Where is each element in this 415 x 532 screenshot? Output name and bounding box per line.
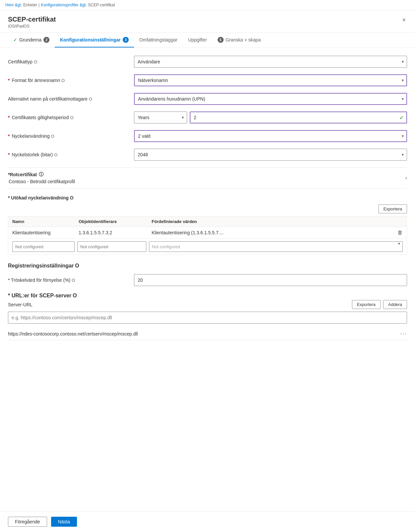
close-button[interactable]: × [401, 16, 407, 24]
scep-url-item: https://ndes-contosocorp.contoso.net/cer… [8, 328, 407, 340]
giltighetsperiod-value-wrapper: ✓ [190, 112, 407, 123]
nyckelanvandning-control: 2 vald ▾ [134, 130, 407, 142]
root-cert-info-icon: ⓘ [39, 172, 43, 178]
certifikattyp-info-icon: O [34, 59, 37, 64]
tab-granska-label: Granska + skapa [226, 37, 261, 42]
check-icon: ✓ [13, 37, 17, 42]
certifikattyp-select[interactable]: Användare [134, 56, 407, 68]
breadcrumb: Hem &gt; Enheter | Konfigurationsprofile… [0, 0, 415, 10]
breadcrumb-current: SCEP-certifikat [88, 3, 115, 7]
tab-omfattning-label: Omfattningstaggar [139, 37, 177, 42]
back-button[interactable]: Föregående [8, 517, 47, 527]
format-amnesnamn-control: Nätverksnamn ▾ [134, 74, 407, 86]
giltighetsperiod-unit-select[interactable]: Years [134, 112, 187, 123]
format-amnesnamn-row: * Format för ämnesnamn O Nätverksnamn ▾ [8, 74, 407, 86]
format-amnesnamn-select[interactable]: Nätverksnamn [134, 74, 407, 86]
renewal-row: * Tröskelvärd för förnyelse (%) O [8, 274, 407, 286]
eku-row-oid: 1.3.6.1.5.5.7.3.2 [79, 230, 152, 235]
tab-grunderna-label: Grunderna [19, 37, 41, 42]
scep-url-dots-menu[interactable]: ··· [400, 330, 407, 337]
col-name-header: Namn [12, 219, 79, 224]
breadcrumb-separator1: | [38, 3, 39, 7]
breadcrumb-devices[interactable]: Enheter [23, 3, 37, 7]
format-amnesnamn-label: * Format för ämnesnamn O [8, 78, 134, 83]
scep-section-title: * URL:er för SCEP-server O [8, 293, 407, 299]
registration-section-title: Registreringsinställningar O [8, 263, 407, 269]
eku-info-icon: O [70, 195, 74, 200]
tab-konfiguration[interactable]: Konfigurationsinställningar 3 [55, 33, 134, 47]
eku-input-row: Not configured ▾ [8, 239, 407, 255]
tab-grunderna-badge: 2 [43, 37, 49, 43]
tab-uppgifter-label: Uppgifter [188, 37, 207, 42]
giltighetsperiod-info-icon: O [70, 115, 73, 120]
nyckelstorlek-select[interactable]: 2048 [134, 149, 407, 161]
nyckelanvandning-info-icon: O [51, 134, 54, 139]
certifikattyp-label: Certifikattyp O [8, 59, 134, 64]
eku-export-row: Exportera [8, 204, 407, 213]
tab-konfiguration-badge: 3 [123, 37, 129, 43]
scep-info-icon: O [73, 293, 77, 299]
nyckelanvandning-select[interactable]: 2 vald [134, 130, 407, 142]
root-cert-chevron-icon[interactable]: › [405, 175, 407, 181]
tab-omfattning[interactable]: Omfattningstaggar [134, 33, 183, 47]
root-cert-value: Contoso - Betrodd certifikatprofil [8, 179, 75, 184]
nyckelstorlek-row: * Nyckelstorlek (bitar) O 2048 ▾ [8, 149, 407, 161]
tab-uppgifter[interactable]: Uppgifter [183, 33, 212, 47]
col-predefined-header: Fördefinierade värden [152, 219, 403, 224]
alternativt-namn-row: Alternativt namn på certifikatmottagare … [8, 93, 407, 105]
eku-predefined-wrapper: Not configured ▾ [149, 241, 403, 252]
tab-grunderna[interactable]: ✓ Grunderna 2 [8, 33, 55, 47]
alternativt-namn-select[interactable]: Användarens huvudnamn (UPN) [134, 93, 407, 105]
eku-delete-icon[interactable]: 🗑 [397, 230, 403, 236]
certifikattyp-row: Certifikattyp O Användare ▾ [8, 56, 407, 68]
eku-export-button[interactable]: Exportera [379, 204, 407, 213]
root-cert-left: *Rotcertifikat ⓘ Contoso - Betrodd certi… [8, 172, 75, 184]
scep-export-button[interactable]: Exportera [352, 300, 380, 309]
breadcrumb-home[interactable]: Hem &gt; [5, 3, 22, 7]
renewal-input[interactable] [134, 274, 407, 286]
giltighetsperiod-label: * Certifikatets giltighetsperiod O [8, 115, 134, 120]
scep-section: * URL:er för SCEP-server O Server-URL Ex… [8, 293, 407, 340]
eku-predefined-select[interactable]: Not configured [149, 241, 403, 252]
giltighetsperiod-unit-wrapper: Years ▾ [134, 112, 187, 123]
renewal-info-icon: O [72, 278, 75, 283]
eku-row-name: Klientautentisering [12, 230, 79, 235]
check-valid-icon: ✓ [399, 114, 404, 121]
page-subtitle: iOS/iPadOS [8, 24, 56, 29]
breadcrumb-profiles[interactable]: Konfigurationsprofiler &gt; [41, 3, 87, 7]
server-url-label: Server-URL [8, 302, 33, 307]
giltighetsperiod-value-input[interactable] [190, 112, 407, 123]
page-title: SCEP-certifikat [8, 16, 56, 23]
nyckelstorlek-info-icon: O [54, 152, 57, 157]
scep-add-button[interactable]: Addera [383, 300, 407, 309]
tab-granska-badge: 5 [218, 37, 224, 43]
nyckelstorlek-control: 2048 ▾ [134, 149, 407, 161]
alternativt-namn-info-icon: O [89, 97, 92, 102]
renewal-control [134, 274, 407, 286]
root-cert-title: *Rotcertifikat ⓘ [8, 172, 75, 178]
tab-konfiguration-label: Konfigurationsinställningar [60, 37, 121, 42]
alternativt-namn-control: Användarens huvudnamn (UPN) ▾ [134, 93, 407, 105]
format-amnesnamn-info-icon: O [61, 78, 65, 83]
eku-table: Namn Objektidentifierare Fördefinierade … [8, 216, 407, 255]
scep-url-input[interactable] [8, 312, 407, 324]
eku-table-header: Namn Objektidentifierare Fördefinierade … [8, 216, 407, 227]
col-oid-header: Objektidentifierare [79, 219, 152, 224]
nyckelanvandning-row: * Nyckelanvändning O 2 vald ▾ [8, 130, 407, 142]
root-cert-section: *Rotcertifikat ⓘ Contoso - Betrodd certi… [8, 167, 407, 189]
eku-table-row: Klientautentisering 1.3.6.1.5.5.7.3.2 Kl… [8, 227, 407, 239]
nyckelanvandning-label: * Nyckelanvändning O [8, 133, 134, 139]
scep-url-input-row [8, 312, 407, 324]
tab-granska[interactable]: 5 Granska + skapa [212, 33, 266, 47]
scep-controls-row: Server-URL Exportera Addera [8, 300, 407, 309]
eku-name-input[interactable] [12, 241, 75, 252]
next-button[interactable]: Nästa [51, 517, 77, 527]
footer: Föregående Nästa [0, 511, 415, 532]
eku-oid-input[interactable] [77, 241, 146, 252]
certifikattyp-control: Användare ▾ [134, 56, 407, 68]
tabs-container: ✓ Grunderna 2 Konfigurationsinställninga… [0, 33, 415, 48]
panel-header: SCEP-certifikat iOS/iPadOS × [0, 10, 415, 33]
giltighetsperiod-row: * Certifikatets giltighetsperiod O Years… [8, 112, 407, 123]
nyckelstorlek-label: * Nyckelstorlek (bitar) O [8, 152, 134, 157]
eku-section-header: * Utökad nyckelanvändning O [8, 195, 407, 200]
